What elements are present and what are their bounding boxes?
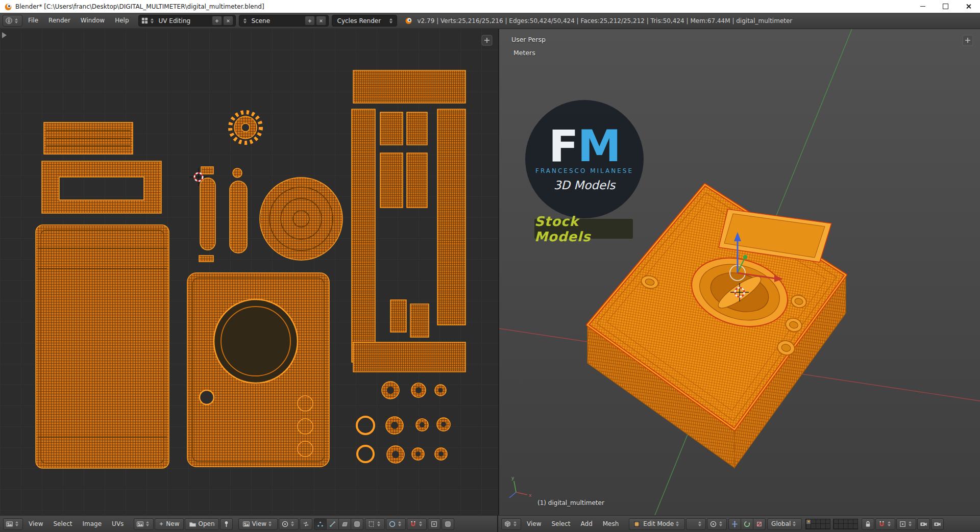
- viewport-3d-canvas[interactable]: y x User Persp Meters FM FRANCESCO MILAN…: [499, 29, 980, 515]
- area-corner-widget[interactable]: [482, 35, 492, 45]
- face-select-button[interactable]: [339, 518, 351, 530]
- lock-icon: [864, 520, 872, 528]
- vp-menu-add[interactable]: Add: [576, 516, 598, 532]
- uv-mode-dropdown[interactable]: View: [238, 518, 278, 530]
- edit-mode-icon: [633, 520, 641, 528]
- layout-grid-icon: [141, 17, 149, 24]
- uv-pivot-dropdown[interactable]: [279, 518, 299, 530]
- updown-arrows-icon: [398, 521, 401, 526]
- delete-scene-button[interactable]: [316, 16, 326, 26]
- uv-select-mode-group: [314, 518, 363, 530]
- snap-element-icon: [899, 520, 906, 528]
- sync-uv-icon: [302, 520, 310, 528]
- maximize-icon: [943, 4, 948, 9]
- updown-arrows-icon: [719, 521, 722, 526]
- transform-orientation-dropdown[interactable]: Global: [767, 518, 802, 530]
- vp-menu-mesh[interactable]: Mesh: [598, 516, 624, 532]
- updown-arrows-icon: [243, 18, 247, 23]
- opengl-render-button[interactable]: [917, 518, 930, 530]
- uv-snap-dropdown[interactable]: [407, 518, 427, 530]
- menu-render[interactable]: Render: [43, 13, 76, 29]
- edge-select-icon: [329, 520, 336, 528]
- pin-image-button[interactable]: [220, 518, 233, 530]
- screen-layout-selector[interactable]: UV Editing: [138, 15, 236, 27]
- manipulator-translate-button[interactable]: [728, 518, 741, 530]
- new-image-button[interactable]: New: [155, 518, 183, 530]
- scene-statistics: v2.79 | Verts:25,216/25,216 | Edges:50,4…: [418, 17, 793, 24]
- manipulator-rotate-button[interactable]: [741, 518, 753, 530]
- edge-select-button[interactable]: [327, 518, 339, 530]
- viewport-view-label: User Persp: [511, 36, 546, 43]
- window-minimize-button[interactable]: [911, 0, 934, 13]
- editor-type-3dview-button[interactable]: [501, 518, 521, 530]
- uv-menu-uvs[interactable]: UVs: [107, 516, 129, 532]
- add-scene-button[interactable]: [305, 16, 315, 26]
- bottom-headers: View Select Image UVs New Open View: [0, 515, 980, 532]
- updown-arrows-icon: [15, 521, 18, 526]
- window-close-button[interactable]: [957, 0, 980, 13]
- sync-uv-selection-toggle[interactable]: [300, 518, 312, 530]
- uv-menu-select[interactable]: Select: [48, 516, 77, 532]
- island-select-button[interactable]: [351, 518, 363, 530]
- pivot-point-dropdown[interactable]: [707, 518, 727, 530]
- uv-editor-drawing: [0, 29, 498, 515]
- updown-arrows-icon: [793, 521, 796, 526]
- delete-layout-button[interactable]: [223, 16, 233, 26]
- vp-menu-select[interactable]: Select: [546, 516, 575, 532]
- layers-widget[interactable]: [805, 519, 858, 529]
- uv-menu-view[interactable]: View: [23, 516, 48, 532]
- updown-arrows-icon: [888, 521, 891, 526]
- window-maximize-button[interactable]: [934, 0, 957, 13]
- vp-menu-view[interactable]: View: [522, 516, 546, 532]
- blender-logo-icon: [4, 3, 12, 11]
- manip-translate-icon: [731, 520, 739, 528]
- render-engine-value: Cycles Render: [334, 17, 384, 24]
- uv-menu-image[interactable]: Image: [78, 516, 107, 532]
- watermark-fm: FM: [549, 126, 620, 166]
- uv-draw-other-objects-button[interactable]: [442, 518, 454, 530]
- viewport-shading-dropdown[interactable]: [686, 518, 706, 530]
- svg-text:x: x: [529, 493, 532, 498]
- active-layer-cell[interactable]: [806, 520, 811, 524]
- image-datablock-icon: [136, 520, 144, 528]
- editor-type-image-button[interactable]: [3, 518, 23, 530]
- close-icon: [966, 4, 971, 9]
- face-select-icon: [341, 520, 349, 528]
- uv-image-editor-canvas[interactable]: [0, 29, 499, 515]
- proportional-edit-dropdown[interactable]: [386, 518, 406, 530]
- image-datablock-browse[interactable]: [134, 518, 154, 530]
- layers-group-2[interactable]: [833, 519, 858, 529]
- snap-toggle-dropdown[interactable]: [875, 518, 895, 530]
- uv-editor-header: View Select Image UVs New Open View: [0, 515, 498, 532]
- 3d-view-editor-icon: [504, 520, 511, 528]
- render-engine-selector[interactable]: Cycles Render: [332, 15, 397, 27]
- active-object-label: (1) digital_multimeter: [537, 499, 604, 506]
- minimize-icon: [920, 6, 925, 7]
- area-corner-widget[interactable]: [963, 35, 973, 45]
- open-image-button[interactable]: Open: [185, 518, 219, 530]
- opengl-render-anim-button[interactable]: [931, 518, 944, 530]
- watermark-stock-badge: Stock Models: [534, 219, 633, 239]
- vertex-select-button[interactable]: [314, 518, 327, 530]
- menu-help[interactable]: Help: [110, 13, 134, 29]
- menu-window[interactable]: Window: [76, 13, 110, 29]
- manip-scale-icon: [755, 520, 763, 528]
- island-overlay-icon: [444, 520, 452, 528]
- menu-file[interactable]: File: [23, 13, 43, 29]
- scene-value: Scene: [249, 17, 304, 24]
- updown-arrows-icon: [268, 521, 272, 526]
- mode-dropdown[interactable]: Edit Mode: [629, 518, 685, 530]
- scene-selector[interactable]: Scene: [239, 15, 329, 27]
- lock-to-scene-button[interactable]: [862, 518, 874, 530]
- plus-icon: [214, 18, 219, 23]
- info-editor-icon: [5, 17, 13, 24]
- editor-type-info-button[interactable]: [3, 15, 22, 27]
- sticky-select-dropdown[interactable]: [365, 518, 385, 530]
- snap-element-dropdown[interactable]: [896, 518, 916, 530]
- image-editor-icon: [6, 520, 13, 528]
- layers-group-1[interactable]: [805, 519, 830, 529]
- close-x-icon: [226, 18, 231, 23]
- manipulator-scale-button[interactable]: [753, 518, 766, 530]
- add-layout-button[interactable]: [212, 16, 222, 26]
- uv-overlay-button[interactable]: [428, 518, 440, 530]
